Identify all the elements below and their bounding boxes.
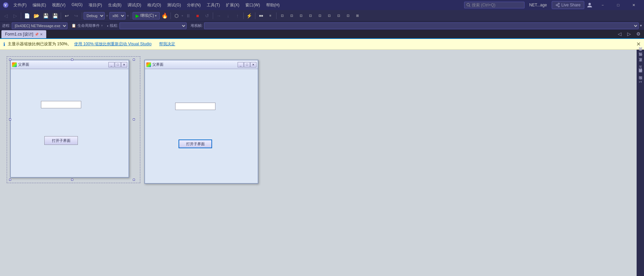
sidebar-properties[interactable]: 属性 (637, 56, 644, 62)
undo-button[interactable]: ↩ (62, 11, 71, 20)
new-project-button[interactable]: 📄 (22, 11, 31, 20)
align-left-button[interactable]: ⊡ (278, 11, 287, 20)
handle-tl[interactable] (9, 59, 11, 61)
menu-test[interactable]: 测试(G) (164, 1, 184, 9)
thread-select[interactable] (119, 22, 187, 29)
menu-edit[interactable]: 编辑(E) (30, 1, 49, 9)
align-bottom-button[interactable]: ⊡ (315, 11, 324, 20)
menu-extensions[interactable]: 扩展(X) (223, 1, 242, 9)
align-top-button[interactable]: ⊡ (306, 11, 315, 20)
diag-btn1[interactable]: ■■ (257, 11, 265, 20)
stack-select[interactable] (204, 22, 639, 29)
form-small-textbox[interactable] (41, 101, 81, 108)
form-large-close[interactable]: ✕ (250, 62, 256, 67)
search-icon (466, 3, 470, 7)
exception-btn[interactable]: ⚡ (245, 11, 254, 20)
form-small[interactable]: 父界面 _ □ ✕ 打开子界面 (10, 60, 129, 178)
live-share-button[interactable]: Live Share (552, 1, 584, 9)
form-large-container: 父界面 _ □ ✕ 打开子界面 (144, 60, 258, 184)
settings-button[interactable]: ⚙ (634, 30, 643, 38)
hot-reload-button[interactable]: 🔥 (160, 11, 169, 20)
sep3 (82, 12, 82, 19)
size-button[interactable]: ⊡ (344, 11, 352, 20)
notification-link1[interactable]: 使用 100% 缩放比例重新启动 Visual Studio (74, 41, 152, 47)
search-box[interactable] (464, 2, 525, 8)
form-small-close[interactable]: ✕ (121, 62, 127, 67)
form-large-maximize[interactable]: □ (244, 62, 250, 67)
step-over-button[interactable]: → (214, 11, 223, 20)
continue-button[interactable]: ▶ 继续(C) ▾ (133, 12, 160, 19)
debug-pause-button[interactable]: ⏸ (184, 11, 193, 20)
handle-bl[interactable] (9, 179, 11, 181)
handle-br[interactable] (133, 179, 135, 181)
back-button[interactable]: ◁ (1, 11, 10, 20)
save-button[interactable]: 💾 (41, 11, 50, 20)
notification-link2[interactable]: 帮我决定 (159, 41, 175, 47)
menu-analyze[interactable]: 分析(N) (184, 1, 203, 9)
form-small-maximize[interactable]: □ (115, 62, 121, 67)
open-button[interactable]: 📂 (32, 11, 41, 20)
align-center-button[interactable]: ⊡ (287, 11, 296, 20)
form-large-titlebar: 父界面 _ □ ✕ (145, 60, 258, 69)
platform-select[interactable]: x86 (109, 12, 126, 19)
svg-point-2 (467, 3, 469, 6)
sidebar-toolbox[interactable]: 工具箱 (637, 51, 644, 56)
handle-bc[interactable] (71, 179, 73, 181)
debug-stop-button[interactable]: ■ (193, 11, 202, 20)
play-icon: ▶ (136, 13, 139, 18)
debug-restart-button[interactable]: ↺ (203, 11, 211, 20)
maximize-button[interactable]: □ (610, 0, 626, 10)
sidebar-git-changes[interactable]: Git 更改 (637, 62, 644, 73)
process-select[interactable]: [0x43EC] NETMessage.exe (12, 22, 67, 29)
handle-mr[interactable] (133, 118, 135, 120)
tab-pin-icon[interactable]: 📌 (35, 33, 39, 36)
debug-mode-select[interactable]: Debug (84, 12, 105, 19)
menu-debug[interactable]: 调试(D) (125, 1, 144, 9)
handle-tc[interactable] (71, 59, 73, 61)
user-icon[interactable] (586, 1, 594, 9)
step-out-button[interactable]: ↑ (233, 11, 242, 20)
handle-ml[interactable] (9, 118, 11, 120)
form-small-minimize[interactable]: _ (108, 62, 114, 67)
step-into-button[interactable]: ↓ (224, 11, 233, 20)
menu-project[interactable]: 项目(P) (86, 1, 105, 9)
menu-build[interactable]: 生成(B) (105, 1, 124, 9)
sep9 (276, 12, 277, 19)
tab-close-icon[interactable]: ✕ (40, 33, 43, 36)
search-input[interactable] (472, 3, 512, 7)
form-large-textbox[interactable] (175, 103, 215, 110)
form-small-button[interactable]: 打开子界面 (44, 136, 78, 145)
breakpoints-button[interactable]: ⬡ (172, 11, 181, 20)
sidebar-output[interactable]: 输出1 (637, 78, 644, 86)
redo-button[interactable]: ↪ (72, 11, 81, 20)
svg-line-3 (469, 6, 470, 7)
handle-tr[interactable] (133, 59, 135, 61)
notification-bar: ℹ 主显示器缩放比例已设置为 150%。 使用 100% 缩放比例重新启动 Vi… (0, 39, 644, 50)
grid-button[interactable]: ⊞ (353, 11, 362, 20)
sep7 (243, 12, 244, 19)
form-large[interactable]: 父界面 _ □ ✕ 打开子界面 (144, 60, 258, 184)
align-right-button[interactable]: ⊡ (297, 11, 305, 20)
sidebar-error-list[interactable]: 错误列表 (637, 73, 644, 78)
menu-view[interactable]: 视图(V) (49, 1, 68, 9)
tab-scroll-left[interactable]: ◁ (615, 30, 624, 38)
distribute-v-button[interactable]: ⊡ (334, 11, 343, 20)
minimize-button[interactable]: − (595, 0, 610, 10)
menu-help[interactable]: 帮助(H) (263, 1, 283, 9)
form-large-button[interactable]: 打开子界面 (179, 140, 212, 148)
menu-format[interactable]: 格式(O) (145, 1, 164, 9)
form-large-minimize[interactable]: _ (238, 62, 244, 67)
menu-git[interactable]: Git(G) (69, 1, 85, 9)
menu-tools[interactable]: 工具(T) (204, 1, 222, 9)
menu-file[interactable]: 文件(F) (11, 1, 29, 9)
diag-btn2[interactable]: ≡ (266, 11, 275, 20)
save-all-button[interactable]: 💾 (51, 11, 59, 20)
close-button[interactable]: ✕ (626, 0, 641, 10)
tab-form1-design[interactable]: Form1.cs [设计] 📌 ✕ (1, 30, 46, 38)
forward-button[interactable]: ▷ (11, 11, 19, 20)
distribute-h-button[interactable]: ⊡ (325, 11, 334, 20)
menu-window[interactable]: 窗口(W) (243, 1, 262, 9)
tab-scroll-right[interactable]: ▷ (625, 30, 633, 38)
main-toolbar: ◁ ▷ 📄 📂 💾 💾 ↩ ↪ Debug ▾ x86 ▾ ▶ 继续(C) ▾ … (0, 10, 644, 21)
notification-close-button[interactable]: ✕ (636, 41, 641, 47)
